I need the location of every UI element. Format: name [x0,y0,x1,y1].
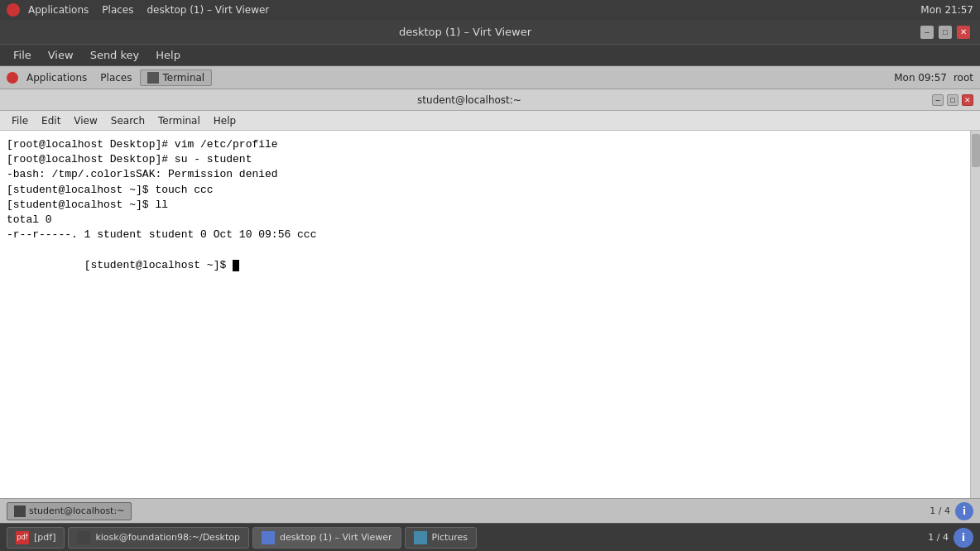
guest-page-count-label: 1 / 4 [930,505,950,516]
terminal-menu-terminal[interactable]: Terminal [153,113,205,128]
terminal-close-button[interactable]: ✕ [962,94,973,106]
virt-viewer-window: desktop (1) – Virt Viewer – □ ✕ File Vie… [0,20,980,523]
virt-menubar: File View Send key Help [0,45,980,66]
terminal-controls: – □ ✕ [932,94,973,106]
host-page-count: 1 / 4 i [928,528,973,548]
guest-panel-right: Mon 09:57 root [894,72,973,84]
host-task-kiosk[interactable]: kiosk@foundation98:~/Desktop [68,527,249,549]
virt-menu-sendkey[interactable]: Send key [84,47,147,63]
virt-menu-help[interactable]: Help [149,47,187,63]
guest-places-menu[interactable]: Places [95,70,137,85]
guest-panel-left: Applications Places Terminal [7,69,212,86]
host-task-viewer-icon [262,531,275,544]
guest-area: Applications Places Terminal Mon 09:57 r… [0,66,980,523]
terminal-menu-help[interactable]: Help [209,113,241,128]
terminal-menubar: File Edit View Search Terminal Help [0,111,980,131]
host-task-pictures-icon [414,531,427,544]
terminal-title: student@localhost:~ [7,94,932,106]
host-task-pdf[interactable]: pdf [pdf] [7,527,65,549]
terminal-line-6: total 0 [7,213,963,228]
terminal-window: student@localhost:~ – □ ✕ File Edit View… [0,89,980,498]
terminal-cursor [233,260,239,271]
host-taskbar: pdf [pdf] kiosk@foundation98:~/Desktop d… [0,523,980,551]
terminal-line-7: -r--r-----. 1 student student 0 Oct 10 0… [7,228,963,242]
terminal-line-4: [student@localhost ~]$ touch ccc [7,183,963,198]
terminal-titlebar: student@localhost:~ – □ ✕ [0,89,980,111]
guest-user: root [954,72,973,84]
terminal-scrollbar[interactable] [970,131,980,498]
guest-terminal-panel-tab[interactable]: Terminal [140,69,212,86]
virt-titlebar: desktop (1) – Virt Viewer – □ ✕ [0,20,980,45]
host-topbar-right: Mon 21:57 [920,4,973,16]
guest-applications-menu[interactable]: Applications [22,70,92,85]
host-task-pictures-label: Pictures [432,532,468,543]
terminal-maximize-button[interactable]: □ [947,94,958,106]
host-task-viewer[interactable]: desktop (1) – Virt Viewer [252,527,401,549]
virt-menu-view[interactable]: View [41,47,80,63]
guest-taskbar: student@localhost:~ 1 / 4 i [0,498,980,523]
host-task-pdf-label: [pdf] [34,532,55,543]
host-info-button[interactable]: i [954,528,973,548]
guest-task-terminal-icon [14,505,26,517]
host-topbar-left: Applications Places desktop (1) – Virt V… [7,2,274,17]
host-window-label[interactable]: desktop (1) – Virt Viewer [142,2,274,17]
host-topbar: Applications Places desktop (1) – Virt V… [0,0,980,20]
terminal-menu-file[interactable]: File [7,113,33,128]
terminal-icon [147,72,159,84]
virt-close-button[interactable]: ✕ [957,26,970,39]
host-task-viewer-label: desktop (1) – Virt Viewer [280,532,392,543]
terminal-menu-edit[interactable]: Edit [36,113,65,128]
terminal-content[interactable]: [root@localhost Desktop]# vim /etc/profi… [0,131,970,498]
terminal-line-5: [student@localhost ~]$ ll [7,198,963,213]
guest-page-count: 1 / 4 i [930,502,973,520]
host-task-kiosk-icon [77,531,90,544]
virt-controls: – □ ✕ [920,26,970,39]
host-task-kiosk-label: kiosk@foundation98:~/Desktop [95,532,240,543]
terminal-line-2: [root@localhost Desktop]# su - student [7,152,963,167]
terminal-minimize-button[interactable]: – [932,94,944,106]
applications-icon [7,3,20,17]
scrollbar-thumb[interactable] [972,134,980,167]
terminal-line-8: [student@localhost ~]$ [7,242,963,288]
guest-info-button[interactable]: i [955,502,973,520]
terminal-menu-search[interactable]: Search [106,113,150,128]
virt-minimize-button[interactable]: – [920,26,934,39]
host-places-menu[interactable]: Places [97,2,138,17]
terminal-line-3: -bash: /tmp/.colorlsSAK: Permission deni… [7,167,963,182]
host-applications-menu[interactable]: Applications [23,2,94,17]
virt-maximize-button[interactable]: □ [939,26,952,39]
host-task-pdf-icon: pdf [16,531,29,544]
guest-terminal-tab-label: Terminal [162,72,204,84]
terminal-menu-view[interactable]: View [69,113,102,128]
guest-task-terminal-label: student@localhost:~ [29,505,124,516]
virt-menu-file[interactable]: File [7,47,38,63]
guest-app-icon [7,72,18,84]
terminal-line-1: [root@localhost Desktop]# vim /etc/profi… [7,137,963,152]
guest-time: Mon 09:57 [894,72,947,84]
terminal-body: [root@localhost Desktop]# vim /etc/profi… [0,131,980,498]
host-page-count-label: 1 / 4 [928,532,949,543]
virt-title: desktop (1) – Virt Viewer [10,26,920,38]
guest-task-terminal[interactable]: student@localhost:~ [7,502,132,520]
host-task-pictures[interactable]: Pictures [405,527,478,549]
guest-panel: Applications Places Terminal Mon 09:57 r… [0,66,980,89]
host-time: Mon 21:57 [920,4,973,16]
